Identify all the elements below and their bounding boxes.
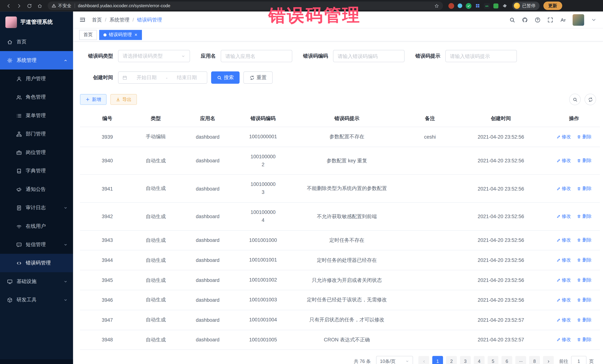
user-avatar[interactable] <box>573 14 584 26</box>
breadcrumb-home[interactable]: 首页 <box>92 16 102 23</box>
delete-link[interactable]: 删除 <box>577 317 592 323</box>
sidebar-item-sms[interactable]: 短信管理 <box>0 235 73 254</box>
page-button-6[interactable]: 6 <box>501 356 512 364</box>
page-button-1[interactable]: 1 <box>432 356 443 364</box>
refresh-table-button[interactable] <box>585 94 596 105</box>
delete-link[interactable]: 删除 <box>577 337 592 343</box>
cell-type: 自动生成 <box>135 330 177 350</box>
browser-reload-button[interactable] <box>25 1 34 10</box>
sidebar-item-dict[interactable]: 字典管理 <box>0 162 73 180</box>
sidebar-item-dev-tools[interactable]: 研发工具 <box>0 291 73 309</box>
sidebar-item-depts[interactable]: 部门管理 <box>0 125 73 143</box>
delete-link[interactable]: 删除 <box>577 213 592 220</box>
browser-home-button[interactable] <box>35 1 44 10</box>
goto-page-input[interactable] <box>571 356 587 364</box>
extension-teal-icon[interactable] <box>458 3 462 8</box>
filter-app-input[interactable] <box>222 50 291 62</box>
goto-page: 前往 页 <box>559 356 594 364</box>
delete-link[interactable]: 删除 <box>577 237 592 243</box>
delete-link[interactable]: 删除 <box>577 277 592 283</box>
close-icon[interactable] <box>134 33 138 36</box>
sidebar-item-infra[interactable]: 基础设施 <box>0 272 73 291</box>
sidebar-item-home[interactable]: 首页 <box>0 33 73 51</box>
filter-code-input[interactable] <box>335 50 403 62</box>
sidebar-item-online-users[interactable]: 在线用户 <box>0 217 73 235</box>
tab-home[interactable]: 首页 <box>79 30 97 40</box>
sidebar-item-system[interactable]: 系统管理 <box>0 51 73 69</box>
sidebar-item-roles[interactable]: 角色管理 <box>0 88 73 106</box>
github-icon[interactable] <box>522 17 528 23</box>
extension-grid-icon[interactable] <box>475 3 480 9</box>
delete-link[interactable]: 删除 <box>577 134 592 140</box>
next-page-button[interactable] <box>543 356 554 364</box>
search-icon[interactable] <box>509 17 515 23</box>
edit-link[interactable]: 修改 <box>557 237 571 243</box>
sidebar-item-posts[interactable]: 岗位管理 <box>0 143 73 162</box>
edit-link[interactable]: 修改 <box>557 134 571 140</box>
search-icon <box>217 75 222 80</box>
filter-type-select[interactable]: 请选择错误码类型 <box>118 50 190 62</box>
reset-button[interactable]: 重置 <box>244 71 273 84</box>
book-icon <box>16 168 22 174</box>
page-button-4[interactable]: 4 <box>474 356 485 364</box>
security-chip[interactable]: 不安全 <box>52 3 71 9</box>
paused-badge[interactable]: 已暂停 <box>512 1 539 10</box>
browser-forward-button[interactable] <box>14 1 23 10</box>
font-size-icon[interactable] <box>560 17 566 23</box>
cell-app: dashboard <box>177 147 238 175</box>
add-button[interactable]: 新增 <box>80 94 106 105</box>
address-bar[interactable]: 不安全 dashboard.yudao.iocoder.cn/system/er… <box>48 1 443 10</box>
sidebar-item-menus[interactable]: 菜单管理 <box>0 106 73 125</box>
filter-hint-input[interactable] <box>447 50 515 62</box>
edit-link[interactable]: 修改 <box>557 297 571 303</box>
goto-label: 前往 <box>559 358 568 364</box>
edit-link[interactable]: 修改 <box>557 257 571 264</box>
browser-back-button[interactable] <box>4 1 13 10</box>
warning-icon <box>52 3 56 8</box>
delete-link[interactable]: 删除 <box>577 185 592 192</box>
user-icon <box>16 76 22 82</box>
extension-red-icon[interactable] <box>448 3 454 9</box>
page-button-2[interactable]: 2 <box>446 356 457 364</box>
sidebar-item-error-code[interactable]: 错误码管理 <box>0 254 73 272</box>
extensions-puzzle-icon[interactable] <box>502 3 508 9</box>
search-button[interactable]: 搜索 <box>211 71 240 84</box>
edit-link[interactable]: 修改 <box>557 317 571 323</box>
help-icon[interactable] <box>534 17 541 23</box>
more-pages-button[interactable] <box>515 356 526 364</box>
fullscreen-icon[interactable] <box>547 17 553 23</box>
tab-error-code[interactable]: 错误码管理 <box>99 30 142 40</box>
export-button[interactable]: 导出 <box>110 94 137 105</box>
browser-update-button[interactable]: 更新 <box>543 1 562 10</box>
refresh-icon <box>250 75 255 80</box>
edit-link[interactable]: 修改 <box>557 157 571 164</box>
page-button-8[interactable]: 8 <box>529 356 540 364</box>
sidebar-item-users[interactable]: 用户管理 <box>0 69 73 88</box>
menu-fold-icon[interactable] <box>79 16 86 23</box>
edit-link[interactable]: 修改 <box>557 213 571 220</box>
cell-app: dashboard <box>177 230 238 250</box>
extension-on-badge-icon[interactable]: on <box>484 3 490 9</box>
page-button-5[interactable]: 5 <box>487 356 498 364</box>
sidebar-item-audit-log[interactable]: 审计日志 <box>0 199 73 217</box>
prev-page-button[interactable] <box>418 356 429 364</box>
edit-link[interactable]: 修改 <box>557 277 571 283</box>
delete-link[interactable]: 删除 <box>577 297 592 303</box>
col-ops: 操作 <box>548 111 600 127</box>
show-search-button[interactable] <box>569 94 581 105</box>
page-size-select[interactable]: 10条/页 <box>376 356 413 364</box>
signal-icon <box>16 223 22 229</box>
chevron-down-icon[interactable] <box>591 17 597 23</box>
date-range-picker[interactable]: 开始日期 - 结束日期 <box>118 71 207 84</box>
delete-link[interactable]: 删除 <box>577 157 592 164</box>
edit-link[interactable]: 修改 <box>557 337 571 343</box>
extension-green-icon[interactable] <box>493 3 498 8</box>
delete-link[interactable]: 删除 <box>577 257 592 264</box>
cell-app: dashboard <box>177 270 238 290</box>
bookmark-star-icon[interactable] <box>434 3 439 8</box>
edit-link[interactable]: 修改 <box>557 185 571 192</box>
sidebar-item-notice[interactable]: 通知公告 <box>0 180 73 199</box>
breadcrumb-system[interactable]: 系统管理 <box>109 16 129 23</box>
page-button-3[interactable]: 3 <box>460 356 471 364</box>
extension-green-check-icon[interactable] <box>466 3 471 9</box>
